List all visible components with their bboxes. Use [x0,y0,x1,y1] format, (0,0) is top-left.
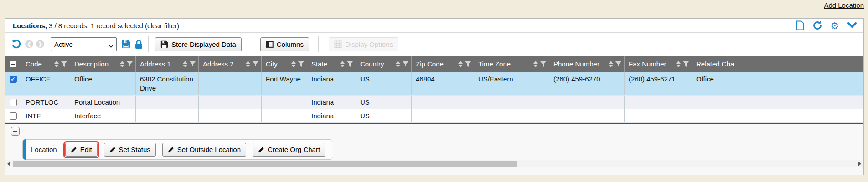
edit-button[interactable]: Edit [65,143,98,157]
cell-time-zone [474,109,549,122]
row-checkbox-cell [5,109,21,122]
edit-pencil-icon [168,147,174,153]
cell-fax-number: (260) 459-6271 [625,72,692,95]
save-disk-icon [160,40,168,48]
row-checkbox[interactable]: ✓ [10,76,17,83]
clear-filter-link[interactable]: clear filter [147,22,177,30]
table-row[interactable]: ✓OFFICEOffice6302 Constitution DriveFort… [5,72,863,96]
column-header-code[interactable]: Code [21,56,70,72]
select-all-checkbox-cell [5,56,21,72]
cell-state: Indiana [307,96,356,109]
sort-icon[interactable] [609,61,613,67]
cell-country: US [356,96,412,109]
filter-icon[interactable] [683,61,689,67]
horizontal-scrollbar[interactable] [5,160,863,167]
column-header-label: Phone Number [553,60,606,68]
filter-icon[interactable] [190,61,196,67]
cell-country: US [356,72,412,95]
prev-record-button[interactable]: ❮ [25,40,33,48]
chevron-down-icon[interactable] [847,20,857,30]
column-header-label: State [311,60,338,68]
collapse-minus-button[interactable] [11,127,20,136]
table-row[interactable]: INTFInterfaceIndianaUS [5,109,863,123]
sort-icon[interactable] [54,61,59,67]
cell-city [262,96,307,109]
cell-related-chart: Office [692,72,863,95]
cell-code: PORTLOC [21,96,70,109]
filter-icon[interactable] [253,61,258,67]
column-header-country[interactable]: Country [356,56,412,72]
column-header-description[interactable]: Description [70,56,136,72]
column-header-related-cha[interactable]: Related Cha [692,56,863,72]
filter-icon[interactable] [61,61,67,67]
column-header-address-1[interactable]: Address 1 [136,56,199,72]
filter-icon[interactable] [540,61,546,67]
column-header-time-zone[interactable]: Time Zone [474,56,549,72]
scroll-left-arrow[interactable] [5,160,12,167]
cell-time-zone: US/Eastern [474,72,549,95]
locations-panel: Locations, 3 / 8 records, 1 record selec… [5,18,864,175]
records-summary: 3 / 8 records, 1 record selected ( [49,22,147,30]
undo-icon[interactable] [10,38,22,50]
edit-pencil-icon [258,147,264,153]
sort-icon[interactable] [291,61,296,67]
filter-icon[interactable] [298,61,304,67]
add-location-link[interactable]: Add Location [824,1,864,9]
sort-icon[interactable] [533,61,538,67]
table-row[interactable]: PORTLOCPortal LocationIndianaUS [5,96,863,109]
column-header-label: Address 2 [203,60,243,68]
column-header-state[interactable]: State [307,56,356,72]
sort-icon[interactable] [120,61,124,67]
status-filter-select[interactable]: Active [51,37,117,51]
create-org-chart-button[interactable]: Create Org Chart [253,143,326,157]
save-filter-icon[interactable] [121,40,130,49]
sort-icon[interactable] [458,61,463,67]
select-all-checkbox[interactable] [10,61,16,67]
column-header-phone-number[interactable]: Phone Number [549,56,625,72]
sort-icon[interactable] [676,61,681,67]
display-options-label: Display Options [345,40,393,48]
cell-description: Office [70,72,136,95]
sort-icon[interactable] [340,61,345,67]
sort-icon[interactable] [246,61,250,67]
filter-icon[interactable] [403,61,408,67]
table-header-row: CodeDescriptionAddress 1Address 2CitySta… [5,56,863,72]
column-header-label: Country [360,60,393,68]
sort-icon[interactable] [396,61,400,67]
set-status-button[interactable]: Set Status [104,143,156,157]
lock-icon[interactable] [135,40,143,49]
filter-icon[interactable] [615,61,621,67]
cell-zip-code: 46804 [412,72,474,95]
filter-icon[interactable] [127,61,133,67]
panel-titlebar: Locations, 3 / 8 records, 1 record selec… [5,19,863,33]
column-header-zip-code[interactable]: Zip Code [412,56,474,72]
filter-icon[interactable] [465,61,471,67]
cell-address-2 [199,96,262,109]
column-header-city[interactable]: City [262,56,307,72]
row-checkbox[interactable] [10,112,17,120]
cell-state: Indiana [307,72,356,95]
columns-button[interactable]: Columns [260,37,309,51]
related-chart-link[interactable]: Office [696,75,714,83]
scrollbar-thumb[interactable] [13,161,517,167]
column-header-address-2[interactable]: Address 2 [199,56,262,72]
lower-section: Location EditSet StatusSet Outside Locat… [5,124,863,175]
new-document-icon[interactable] [795,20,805,30]
sort-icon[interactable] [183,61,187,67]
row-checkbox[interactable] [10,99,17,106]
action-buttons: EditSet StatusSet Outside LocationCreate… [65,143,326,157]
collapse-row [5,124,863,138]
cell-country: US [356,109,412,122]
store-displayed-data-button[interactable]: Store Displayed Data [155,37,242,51]
scroll-right-arrow[interactable] [856,160,863,167]
next-record-button[interactable]: ❯ [36,40,44,48]
column-header-fax-number[interactable]: Fax Number [625,56,692,72]
refresh-icon[interactable] [812,20,822,30]
settings-gear-icon[interactable]: ⚙ [830,20,840,30]
action-button-label: Set Outside Location [177,146,241,153]
status-filter: Active [51,37,117,51]
column-header-label: City [266,60,289,68]
set-outside-location-button[interactable]: Set Outside Location [162,143,246,157]
filter-icon[interactable] [347,61,353,67]
toolbar-separator [251,36,251,52]
